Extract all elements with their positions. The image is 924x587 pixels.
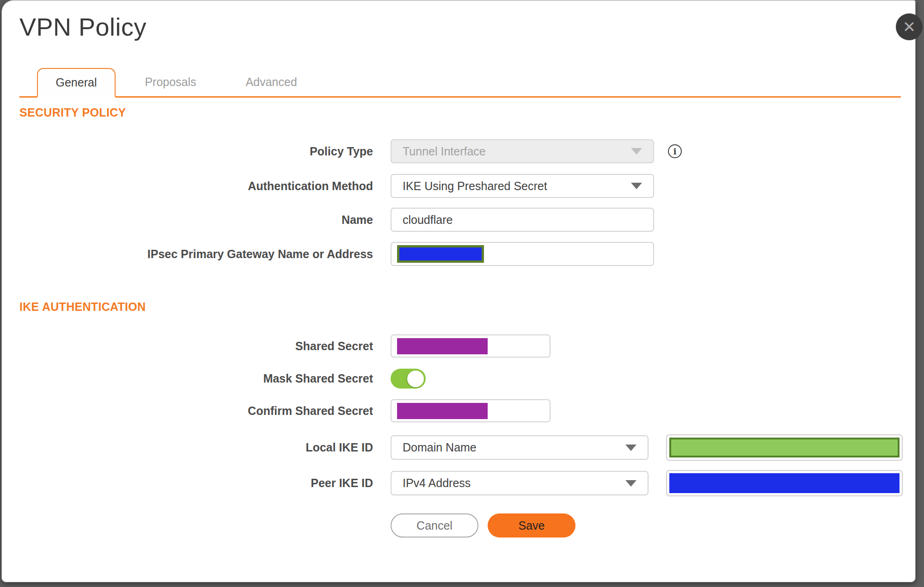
authentication-method-select[interactable]: IKE Using Preshared Secret xyxy=(391,174,654,198)
name-value: cloudflare xyxy=(403,213,453,227)
ipsec-gateway-input[interactable] xyxy=(391,242,654,266)
authentication-method-value: IKE Using Preshared Secret xyxy=(403,179,547,193)
close-icon: ✕ xyxy=(903,18,916,36)
policy-type-value: Tunnel Interface xyxy=(403,145,486,158)
chevron-down-icon xyxy=(631,148,642,154)
mask-shared-secret-toggle[interactable] xyxy=(391,369,426,389)
peer-ike-id-select[interactable]: IPv4 Address xyxy=(391,471,649,495)
shared-secret-input[interactable] xyxy=(391,334,551,358)
tab-bar: General Proposals Advanced xyxy=(19,68,901,98)
local-ike-id-value-input[interactable] xyxy=(666,434,903,461)
mask-shared-secret-label: Mask Shared Secret xyxy=(19,372,373,385)
confirm-shared-secret-row: Confirm Shared Secret xyxy=(19,399,915,422)
policy-type-row: Policy Type Tunnel Interface i xyxy=(19,139,915,163)
local-ike-id-label: Local IKE ID xyxy=(19,441,373,454)
ipsec-gateway-label: IPsec Primary Gateway Name or Address xyxy=(19,247,373,261)
peer-ike-id-value-input[interactable] xyxy=(666,470,903,496)
chevron-down-icon xyxy=(625,480,636,487)
close-button[interactable]: ✕ xyxy=(896,13,923,40)
chevron-down-icon xyxy=(625,445,636,451)
policy-type-select: Tunnel Interface xyxy=(391,139,654,163)
name-label: Name xyxy=(19,213,373,227)
peer-ike-id-label: Peer IKE ID xyxy=(19,476,373,490)
dialog-actions: Cancel Save xyxy=(19,513,915,538)
redacted-confirm-secret-value xyxy=(397,403,488,419)
dialog-title: VPN Policy xyxy=(19,12,915,40)
tab-advanced[interactable]: Advanced xyxy=(234,68,308,96)
toggle-knob xyxy=(407,371,424,387)
authentication-method-label: Authentication Method xyxy=(19,179,373,193)
shared-secret-row: Shared Secret xyxy=(19,334,915,358)
tab-proposals[interactable]: Proposals xyxy=(134,68,208,96)
local-ike-id-select[interactable]: Domain Name xyxy=(391,435,649,460)
redacted-shared-secret-value xyxy=(397,338,488,354)
shared-secret-label: Shared Secret xyxy=(19,340,373,353)
section-ike-authentication: IKE AUTHENTICATION xyxy=(19,300,915,314)
redacted-peer-ike-id-value xyxy=(669,473,900,493)
redacted-gateway-value xyxy=(397,245,484,263)
policy-type-label: Policy Type xyxy=(19,145,373,158)
local-ike-id-row: Local IKE ID Domain Name xyxy=(19,434,915,461)
ipsec-gateway-row: IPsec Primary Gateway Name or Address xyxy=(19,242,915,266)
name-row: Name cloudflare xyxy=(19,208,915,232)
vpn-policy-dialog: ✕ VPN Policy General Proposals Advanced … xyxy=(1,0,916,582)
tab-general[interactable]: General xyxy=(37,68,116,98)
info-glyph: i xyxy=(673,146,676,156)
local-ike-id-type: Domain Name xyxy=(403,441,477,454)
save-button[interactable]: Save xyxy=(488,513,575,538)
peer-ike-id-type: IPv4 Address xyxy=(403,476,471,490)
cancel-button[interactable]: Cancel xyxy=(391,513,478,538)
info-icon[interactable]: i xyxy=(668,144,682,158)
peer-ike-id-row: Peer IKE ID IPv4 Address xyxy=(19,470,915,496)
authentication-method-row: Authentication Method IKE Using Preshare… xyxy=(19,174,915,198)
general-tab-panel: SECURITY POLICY Policy Type Tunnel Inter… xyxy=(19,106,915,538)
confirm-shared-secret-label: Confirm Shared Secret xyxy=(19,404,373,418)
mask-shared-secret-row: Mask Shared Secret xyxy=(19,369,915,389)
redacted-local-ike-id-value xyxy=(669,438,900,457)
chevron-down-icon xyxy=(631,183,642,189)
confirm-shared-secret-input[interactable] xyxy=(391,399,551,422)
section-security-policy: SECURITY POLICY xyxy=(19,106,915,119)
name-input[interactable]: cloudflare xyxy=(391,208,654,232)
